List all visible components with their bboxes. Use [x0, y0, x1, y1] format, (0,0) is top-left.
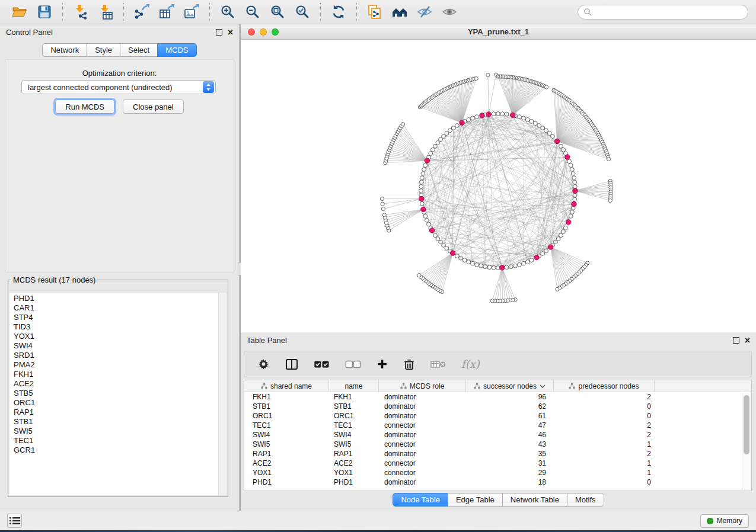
save-floppy-icon [37, 4, 52, 20]
tab-node-table[interactable]: Node Table [393, 493, 448, 507]
add-column-button[interactable] [377, 355, 388, 373]
table-row[interactable]: SWI4SWI4dominator462 [244, 430, 751, 440]
table-row[interactable]: ACE2ACE2connector311 [244, 459, 751, 468]
mcds-result-item[interactable]: TEC1 [14, 436, 218, 446]
mcds-result-item[interactable]: SWI5 [14, 427, 218, 436]
table-cell: dominator [379, 411, 466, 421]
tab-mcds[interactable]: MCDS [157, 43, 196, 57]
mcds-result-item[interactable]: RAP1 [14, 408, 218, 417]
tab-motifs[interactable]: Motifs [567, 493, 604, 507]
table-row[interactable]: ORC1ORC1dominator610 [244, 411, 751, 421]
plus-icon [377, 358, 388, 370]
window-minimize-button[interactable] [260, 28, 267, 36]
table-row[interactable]: YOX1YOX1connector291 [244, 468, 751, 477]
close-mcds-panel-button[interactable]: Close panel [123, 100, 184, 114]
table-row[interactable]: PHD1PHD1dominator180 [244, 477, 751, 487]
mcds-result-item[interactable]: SWI4 [14, 341, 218, 351]
refresh-layout-button[interactable] [328, 2, 349, 22]
table-row[interactable]: STB1STB1dominator620 [244, 402, 751, 411]
mcds-result-item[interactable]: GCR1 [14, 446, 218, 455]
mcds-result-item[interactable]: FKH1 [14, 370, 218, 379]
deselect-all-button[interactable] [345, 355, 361, 373]
tab-edge-table[interactable]: Edge Table [448, 493, 503, 507]
table-settings-button[interactable] [257, 355, 270, 373]
memory-button[interactable]: Memory [700, 514, 749, 528]
mcds-result-item[interactable]: ACE2 [14, 379, 218, 389]
table-cell: 1 [554, 440, 655, 449]
control-panel-title: Control Panel [6, 28, 53, 37]
scrollbar-thumb[interactable] [744, 395, 749, 454]
search-input[interactable] [595, 6, 742, 18]
column-header-mcds-role[interactable]: MCDS role [379, 380, 466, 392]
import-table-icon [98, 4, 113, 20]
mcds-result-item[interactable]: CAR1 [14, 303, 218, 313]
import-table-button[interactable] [95, 2, 116, 22]
table-row[interactable]: TEC1TEC1connector472 [244, 421, 751, 430]
close-icon[interactable]: × [745, 337, 750, 344]
table-cell: dominator [379, 449, 466, 459]
sort-chevron-icon[interactable] [540, 384, 546, 388]
show-column-button[interactable] [285, 355, 298, 373]
network-graph[interactable] [241, 40, 756, 332]
zoom-in-icon [220, 4, 235, 20]
table-scrollbar[interactable] [742, 393, 751, 490]
mcds-result-item[interactable]: TID3 [14, 322, 218, 332]
float-window-icon[interactable] [216, 29, 222, 36]
table-cell: connector [379, 421, 466, 430]
zoom-out-button[interactable] [243, 2, 263, 22]
table-cell: 62 [466, 402, 554, 411]
tab-select[interactable]: Select [120, 43, 158, 57]
export-table-button[interactable] [157, 2, 177, 22]
tab-style[interactable]: Style [87, 43, 120, 57]
mcds-result-item[interactable]: PHD1 [14, 294, 218, 303]
zoom-in-button[interactable] [218, 2, 238, 22]
mcds-list-scrollbar[interactable] [218, 293, 227, 495]
duplicate-network-button[interactable] [365, 2, 385, 22]
tab-network[interactable]: Network [42, 43, 87, 57]
column-header-shared-name[interactable]: shared name [244, 380, 329, 392]
hide-selected-button[interactable] [414, 2, 435, 22]
task-history-button[interactable] [7, 514, 22, 528]
run-mcds-button[interactable]: Run MCDS [55, 100, 114, 114]
mcds-result-item[interactable]: STP4 [14, 313, 218, 322]
table-row[interactable]: FKH1FKH1dominator962 [244, 392, 751, 402]
column-header-name[interactable]: name [329, 380, 379, 392]
first-neighbors-button[interactable] [390, 2, 410, 22]
window-maximize-button[interactable] [272, 28, 279, 36]
close-icon[interactable]: × [228, 29, 233, 36]
mcds-result-item[interactable]: PMA2 [14, 360, 218, 370]
show-all-button[interactable] [439, 2, 460, 22]
table-cell [655, 411, 751, 421]
table-cell: SWI5 [244, 440, 329, 449]
mcds-result-item[interactable]: STB1 [14, 417, 218, 427]
export-image-button[interactable] [181, 2, 202, 22]
save-session-button[interactable] [34, 2, 55, 22]
mcds-result-item[interactable]: ORC1 [14, 398, 218, 408]
select-all-button[interactable] [314, 355, 330, 373]
search-icon [583, 8, 592, 17]
delete-column-button[interactable] [403, 355, 415, 373]
mcds-result-list: PHD1CAR1STP4TID3YOX1SWI4SRD1PMA2FKH1ACE2… [9, 293, 218, 495]
open-file-button[interactable] [9, 2, 30, 22]
table-cell: SWI4 [329, 430, 379, 440]
criterion-select[interactable]: largest connected component (undirected) [21, 80, 216, 94]
import-network-button[interactable] [71, 2, 91, 22]
zoom-fit-button[interactable] [267, 2, 288, 22]
table-cell [655, 430, 751, 440]
mcds-result-item[interactable]: STB5 [14, 389, 218, 398]
network-canvas[interactable] [241, 40, 756, 332]
mcds-result-item[interactable]: YOX1 [14, 332, 218, 341]
float-window-icon[interactable] [733, 337, 739, 344]
mcds-result-item[interactable]: SRD1 [14, 351, 218, 360]
table-cell: 1 [554, 468, 655, 477]
table-row[interactable]: RAP1RAP1dominator352 [244, 449, 751, 459]
export-network-button[interactable] [132, 2, 152, 22]
window-close-button[interactable] [248, 28, 255, 36]
table-row[interactable]: SWI5SWI5connector431 [244, 440, 751, 449]
column-header-predecessor-nodes[interactable]: predecessor nodes [554, 380, 655, 392]
tab-network-table[interactable]: Network Table [502, 493, 567, 507]
column-header-successor-nodes[interactable]: successor nodes [466, 380, 554, 392]
network-window-titlebar[interactable]: YPA_prune.txt_1 [241, 24, 756, 40]
table-cell: dominator [379, 477, 466, 487]
zoom-selected-button[interactable] [292, 2, 312, 22]
